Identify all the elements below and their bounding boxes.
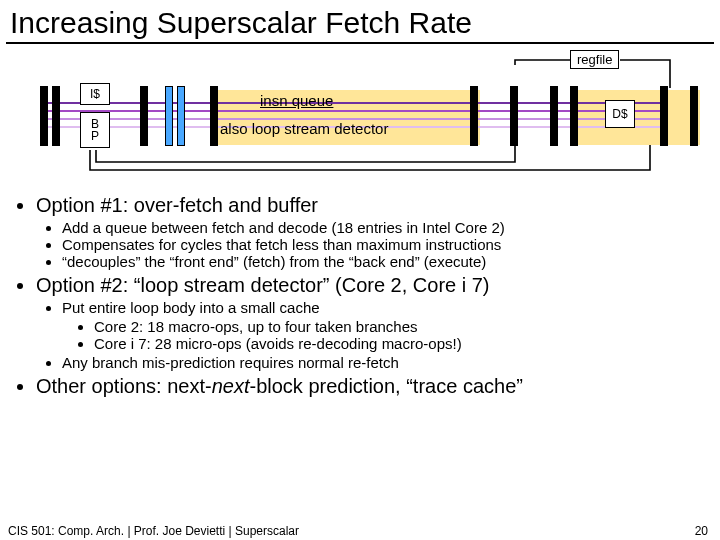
- opt2-subitem: Core 2: 18 macro-ops, up to four taken b…: [94, 318, 706, 335]
- stage-latch-decode: [165, 86, 173, 146]
- opt1-item: “decouples” the “front end” (fetch) from…: [62, 253, 706, 270]
- stage-latch: [470, 86, 478, 146]
- opt2-item: Put entire loop body into a small cache …: [62, 299, 706, 352]
- stage-latch: [210, 86, 218, 146]
- page-number: 20: [695, 524, 708, 538]
- opt2-item: Any branch mis-prediction requires norma…: [62, 354, 706, 371]
- opt3-head: Other options: next-next-block predictio…: [36, 375, 706, 398]
- slide-footer: CIS 501: Comp. Arch. | Prof. Joe Deviett…: [8, 524, 708, 538]
- stage-latch: [550, 86, 558, 146]
- opt1-head: Option #1: over-fetch and buffer: [36, 194, 318, 216]
- stage-latch: [570, 86, 578, 146]
- stage-latch: [52, 86, 60, 146]
- bullet-content: Option #1: over-fetch and buffer Add a q…: [0, 194, 720, 398]
- icache-box: I$: [80, 83, 110, 105]
- stage-latch: [510, 86, 518, 146]
- insn-queue-label: insn queue: [260, 92, 333, 109]
- title-rule: [6, 42, 714, 44]
- stage-latch: [40, 86, 48, 146]
- opt1-item: Add a queue between fetch and decode (18…: [62, 219, 706, 236]
- opt2-head: Option #2: “loop stream detector” (Core …: [36, 274, 490, 296]
- slide-title: Increasing Superscalar Fetch Rate: [0, 0, 720, 42]
- stage-latch-decode: [177, 86, 185, 146]
- dcache-box: D$: [605, 100, 635, 128]
- stage-latch: [690, 86, 698, 146]
- opt1-item: Compensates for cycles that fetch less t…: [62, 236, 706, 253]
- stage-latch: [660, 86, 668, 146]
- branch-predictor-box: B P: [80, 112, 110, 148]
- pipeline-diagram: regfile I$ B P D$ insn queue also loop s…: [10, 50, 710, 190]
- loop-detector-label: also loop stream detector: [220, 120, 388, 137]
- footer-left: CIS 501: Comp. Arch. | Prof. Joe Deviett…: [8, 524, 299, 538]
- stage-latch: [140, 86, 148, 146]
- opt2-subitem: Core i 7: 28 micro-ops (avoids re-decodi…: [94, 335, 706, 352]
